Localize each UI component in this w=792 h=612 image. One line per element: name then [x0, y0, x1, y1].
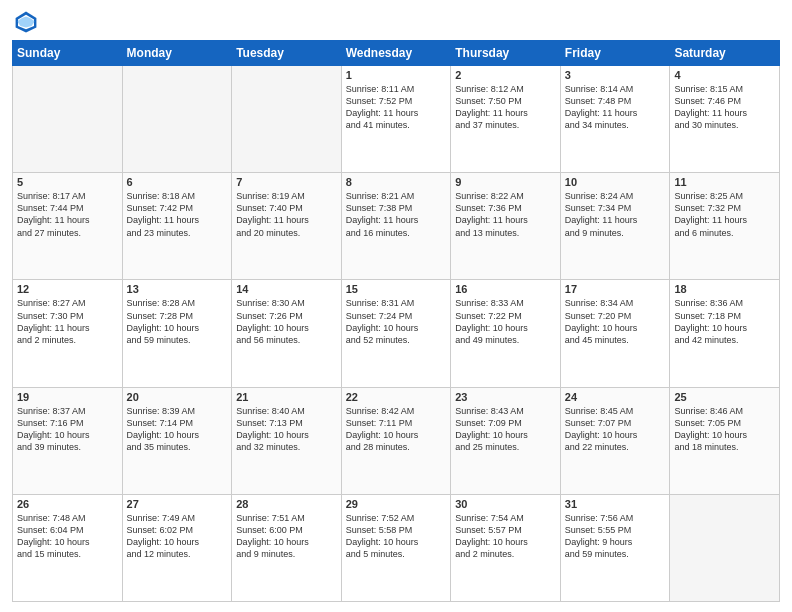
- day-info: Sunrise: 8:21 AM Sunset: 7:38 PM Dayligh…: [346, 190, 447, 239]
- day-info: Sunrise: 8:14 AM Sunset: 7:48 PM Dayligh…: [565, 83, 666, 132]
- day-info: Sunrise: 8:15 AM Sunset: 7:46 PM Dayligh…: [674, 83, 775, 132]
- day-number: 12: [17, 283, 118, 295]
- day-number: 30: [455, 498, 556, 510]
- weekday-header-monday: Monday: [122, 41, 232, 66]
- calendar-cell: 24Sunrise: 8:45 AM Sunset: 7:07 PM Dayli…: [560, 387, 670, 494]
- calendar-cell: 27Sunrise: 7:49 AM Sunset: 6:02 PM Dayli…: [122, 494, 232, 601]
- day-number: 13: [127, 283, 228, 295]
- calendar-cell: 26Sunrise: 7:48 AM Sunset: 6:04 PM Dayli…: [13, 494, 123, 601]
- header: [12, 10, 780, 34]
- day-number: 22: [346, 391, 447, 403]
- day-number: 28: [236, 498, 337, 510]
- calendar-cell: [232, 66, 342, 173]
- calendar-cell: 25Sunrise: 8:46 AM Sunset: 7:05 PM Dayli…: [670, 387, 780, 494]
- day-info: Sunrise: 7:52 AM Sunset: 5:58 PM Dayligh…: [346, 512, 447, 561]
- calendar-cell: 3Sunrise: 8:14 AM Sunset: 7:48 PM Daylig…: [560, 66, 670, 173]
- day-info: Sunrise: 7:54 AM Sunset: 5:57 PM Dayligh…: [455, 512, 556, 561]
- day-info: Sunrise: 8:18 AM Sunset: 7:42 PM Dayligh…: [127, 190, 228, 239]
- calendar-cell: 23Sunrise: 8:43 AM Sunset: 7:09 PM Dayli…: [451, 387, 561, 494]
- calendar-table: SundayMondayTuesdayWednesdayThursdayFrid…: [12, 40, 780, 602]
- day-info: Sunrise: 8:30 AM Sunset: 7:26 PM Dayligh…: [236, 297, 337, 346]
- calendar-cell: 7Sunrise: 8:19 AM Sunset: 7:40 PM Daylig…: [232, 173, 342, 280]
- day-number: 18: [674, 283, 775, 295]
- day-info: Sunrise: 8:34 AM Sunset: 7:20 PM Dayligh…: [565, 297, 666, 346]
- calendar-cell: 6Sunrise: 8:18 AM Sunset: 7:42 PM Daylig…: [122, 173, 232, 280]
- day-number: 16: [455, 283, 556, 295]
- day-info: Sunrise: 8:43 AM Sunset: 7:09 PM Dayligh…: [455, 405, 556, 454]
- calendar-week-5: 26Sunrise: 7:48 AM Sunset: 6:04 PM Dayli…: [13, 494, 780, 601]
- weekday-header-thursday: Thursday: [451, 41, 561, 66]
- day-number: 8: [346, 176, 447, 188]
- day-info: Sunrise: 7:51 AM Sunset: 6:00 PM Dayligh…: [236, 512, 337, 561]
- logo-icon: [14, 10, 38, 34]
- day-number: 1: [346, 69, 447, 81]
- calendar-cell: 11Sunrise: 8:25 AM Sunset: 7:32 PM Dayli…: [670, 173, 780, 280]
- day-number: 5: [17, 176, 118, 188]
- calendar-cell: 5Sunrise: 8:17 AM Sunset: 7:44 PM Daylig…: [13, 173, 123, 280]
- day-info: Sunrise: 8:11 AM Sunset: 7:52 PM Dayligh…: [346, 83, 447, 132]
- day-info: Sunrise: 8:12 AM Sunset: 7:50 PM Dayligh…: [455, 83, 556, 132]
- calendar-cell: 15Sunrise: 8:31 AM Sunset: 7:24 PM Dayli…: [341, 280, 451, 387]
- day-number: 31: [565, 498, 666, 510]
- calendar-cell: 31Sunrise: 7:56 AM Sunset: 5:55 PM Dayli…: [560, 494, 670, 601]
- calendar-cell: 17Sunrise: 8:34 AM Sunset: 7:20 PM Dayli…: [560, 280, 670, 387]
- calendar-cell: 14Sunrise: 8:30 AM Sunset: 7:26 PM Dayli…: [232, 280, 342, 387]
- day-info: Sunrise: 8:28 AM Sunset: 7:28 PM Dayligh…: [127, 297, 228, 346]
- day-number: 21: [236, 391, 337, 403]
- calendar-cell: 8Sunrise: 8:21 AM Sunset: 7:38 PM Daylig…: [341, 173, 451, 280]
- page: SundayMondayTuesdayWednesdayThursdayFrid…: [0, 0, 792, 612]
- day-info: Sunrise: 8:42 AM Sunset: 7:11 PM Dayligh…: [346, 405, 447, 454]
- calendar-cell: 4Sunrise: 8:15 AM Sunset: 7:46 PM Daylig…: [670, 66, 780, 173]
- day-info: Sunrise: 8:24 AM Sunset: 7:34 PM Dayligh…: [565, 190, 666, 239]
- calendar-cell: 13Sunrise: 8:28 AM Sunset: 7:28 PM Dayli…: [122, 280, 232, 387]
- calendar-cell: 10Sunrise: 8:24 AM Sunset: 7:34 PM Dayli…: [560, 173, 670, 280]
- calendar-cell: 1Sunrise: 8:11 AM Sunset: 7:52 PM Daylig…: [341, 66, 451, 173]
- day-number: 17: [565, 283, 666, 295]
- day-number: 26: [17, 498, 118, 510]
- calendar-cell: 16Sunrise: 8:33 AM Sunset: 7:22 PM Dayli…: [451, 280, 561, 387]
- day-number: 2: [455, 69, 556, 81]
- day-info: Sunrise: 8:37 AM Sunset: 7:16 PM Dayligh…: [17, 405, 118, 454]
- day-info: Sunrise: 8:25 AM Sunset: 7:32 PM Dayligh…: [674, 190, 775, 239]
- day-number: 14: [236, 283, 337, 295]
- day-info: Sunrise: 7:49 AM Sunset: 6:02 PM Dayligh…: [127, 512, 228, 561]
- weekday-header-sunday: Sunday: [13, 41, 123, 66]
- calendar-cell: 21Sunrise: 8:40 AM Sunset: 7:13 PM Dayli…: [232, 387, 342, 494]
- calendar-week-3: 12Sunrise: 8:27 AM Sunset: 7:30 PM Dayli…: [13, 280, 780, 387]
- day-number: 24: [565, 391, 666, 403]
- day-number: 10: [565, 176, 666, 188]
- calendar-cell: 12Sunrise: 8:27 AM Sunset: 7:30 PM Dayli…: [13, 280, 123, 387]
- calendar-cell: [13, 66, 123, 173]
- calendar-cell: 30Sunrise: 7:54 AM Sunset: 5:57 PM Dayli…: [451, 494, 561, 601]
- weekday-header-friday: Friday: [560, 41, 670, 66]
- calendar-cell: [122, 66, 232, 173]
- calendar-cell: 19Sunrise: 8:37 AM Sunset: 7:16 PM Dayli…: [13, 387, 123, 494]
- day-number: 19: [17, 391, 118, 403]
- logo: [12, 10, 38, 34]
- day-number: 6: [127, 176, 228, 188]
- day-info: Sunrise: 8:36 AM Sunset: 7:18 PM Dayligh…: [674, 297, 775, 346]
- calendar-cell: 22Sunrise: 8:42 AM Sunset: 7:11 PM Dayli…: [341, 387, 451, 494]
- day-info: Sunrise: 7:56 AM Sunset: 5:55 PM Dayligh…: [565, 512, 666, 561]
- weekday-header-wednesday: Wednesday: [341, 41, 451, 66]
- day-info: Sunrise: 7:48 AM Sunset: 6:04 PM Dayligh…: [17, 512, 118, 561]
- day-info: Sunrise: 8:39 AM Sunset: 7:14 PM Dayligh…: [127, 405, 228, 454]
- calendar-body: 1Sunrise: 8:11 AM Sunset: 7:52 PM Daylig…: [13, 66, 780, 602]
- calendar-cell: 2Sunrise: 8:12 AM Sunset: 7:50 PM Daylig…: [451, 66, 561, 173]
- day-number: 27: [127, 498, 228, 510]
- day-number: 3: [565, 69, 666, 81]
- day-number: 20: [127, 391, 228, 403]
- calendar-week-4: 19Sunrise: 8:37 AM Sunset: 7:16 PM Dayli…: [13, 387, 780, 494]
- day-info: Sunrise: 8:46 AM Sunset: 7:05 PM Dayligh…: [674, 405, 775, 454]
- day-number: 11: [674, 176, 775, 188]
- calendar-cell: 28Sunrise: 7:51 AM Sunset: 6:00 PM Dayli…: [232, 494, 342, 601]
- day-info: Sunrise: 8:40 AM Sunset: 7:13 PM Dayligh…: [236, 405, 337, 454]
- day-number: 15: [346, 283, 447, 295]
- weekday-header-tuesday: Tuesday: [232, 41, 342, 66]
- calendar-cell: 29Sunrise: 7:52 AM Sunset: 5:58 PM Dayli…: [341, 494, 451, 601]
- calendar-cell: 18Sunrise: 8:36 AM Sunset: 7:18 PM Dayli…: [670, 280, 780, 387]
- day-number: 23: [455, 391, 556, 403]
- weekday-header-saturday: Saturday: [670, 41, 780, 66]
- day-info: Sunrise: 8:17 AM Sunset: 7:44 PM Dayligh…: [17, 190, 118, 239]
- day-info: Sunrise: 8:33 AM Sunset: 7:22 PM Dayligh…: [455, 297, 556, 346]
